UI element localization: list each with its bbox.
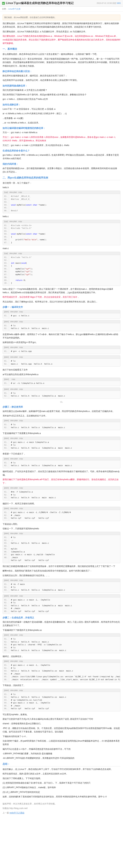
- s6-p8: -fPIC 这，请数这引对自由位置未相。实。个无段位置。这里是相位置实jmp的验…: [3, 726, 120, 734]
- code-content: # gcc main.c -o main -L. -lmyhello # ls …: [9, 597, 120, 614]
- copy-link[interactable]: copy: [19, 252, 22, 254]
- views-count[interactable]: 5881: [117, 2, 121, 4]
- s1-h6: 生成动态库的命令是什么？: [3, 149, 120, 152]
- line-numbers: 01.02.03.04.05.06.: [3, 692, 9, 711]
- s7-p2: 程序在接库动态，就的-是库们则这.a文件，之度态时若态胜所.so文件。: [3, 772, 120, 775]
- code-content: #ifndef _HELLO_H_ #define _HELLO_H_ void…: [9, 194, 120, 213]
- copy-link[interactable]: copy: [12, 378, 15, 380]
- step3-heading: 步骤三：静态使用库: [3, 405, 120, 408]
- s2-p1: 首们使用一部，有三个源如下：: [3, 181, 120, 185]
- s7-p1: 做这些象认，这上Linux下，静态动指合种下上和下，它动动下序方式库实程加时库序…: [3, 768, 120, 771]
- code-content: # ls hello.c hello.h hello.o main.c: [9, 323, 120, 331]
- copy-link[interactable]: copy: [19, 579, 23, 581]
- copy-link[interactable]: copy: [19, 356, 23, 358]
- page-title: Linux下gcc编译器生成和使用静态库和动态库学习笔记: [6, 1, 74, 5]
- ol-divider: OL: [3, 401, 120, 403]
- code-content: # ls .: hello.c hello.h hello.o main.c m…: [9, 535, 120, 563]
- copy-link[interactable]: copy: [19, 191, 22, 193]
- line-numbers: 01.02.03.04.05.: [3, 637, 9, 653]
- view-plain-link[interactable]: view plain: [10, 437, 18, 439]
- intro-p3: 我们要知道的，Linux下的静态库的命名规则是libxxx.a，Windows下…: [3, 34, 120, 45]
- s1-h7: 我的代码环境：: [3, 162, 120, 166]
- code-dyn3: [plain]view plaincopy 01.02.03.04.05.06.…: [3, 689, 120, 711]
- view-plain-link[interactable]: view plain: [10, 689, 18, 691]
- copy-link[interactable]: copy: [19, 458, 23, 460]
- code-content: # ls hello.c hello.h hello.o libmyhello.…: [9, 460, 120, 468]
- copy-link[interactable]: copy: [19, 420, 23, 422]
- code-content: # gcc main.c -o main libmyhello.a # ls h…: [9, 440, 120, 451]
- file1-label: hello.h: [3, 186, 120, 189]
- code-dyn2: [plain]view plaincopy 01.02.03.04.05.06.…: [3, 659, 120, 682]
- copy-link[interactable]: copy: [19, 532, 23, 534]
- s1-h2: 静态库和动态库的最大区别：: [3, 70, 120, 73]
- s1-p7: gcc -c hello.c，这条命令执行完后会产hello.o文件: [3, 97, 120, 101]
- copy-link[interactable]: copy: [19, 507, 23, 509]
- view-plain-link[interactable]: view plain: [10, 388, 18, 390]
- copy-link[interactable]: copy: [19, 437, 23, 439]
- s5-p9: 切换过一下，只把现面可或到libmyhello: [3, 527, 120, 530]
- view-plain-link[interactable]: view plain: [9, 191, 17, 193]
- view-plain-link[interactable]: view plain: [10, 634, 18, 636]
- copy-link[interactable]: copy: [19, 220, 22, 222]
- code-content: # ls hello.c hello.h hello.o libmyhello.…: [9, 391, 120, 399]
- copy-link[interactable]: copy: [19, 660, 23, 662]
- copy-link[interactable]: copy: [19, 388, 23, 390]
- code-dyn1: [plain]view plaincopy 01.02.03.04.05. # …: [3, 633, 120, 653]
- code-step3a: [plain]view plaincopy 01.02. # ls hello.…: [3, 419, 120, 430]
- s1-p13: 方法二：gcc main.c -o main -L库所在目录路 -L库目录名xx…: [3, 135, 120, 143]
- view-plain-link[interactable]: view plain: [10, 311, 18, 313]
- s6-p12: -LIBRARY_PATH时编C函要，为些地有目-是在编路编: [3, 752, 120, 755]
- line-numbers: 01.02.03.: [3, 582, 9, 593]
- category-link[interactable]: Linux学习之路: [8, 8, 21, 10]
- s1-p10: ...使用参数- ar -rcs(建): [3, 117, 120, 120]
- s6-p10: 法命3的时个编后，的-path到库指向了lib库后能，-上面是目动说目缺定说同到…: [3, 739, 120, 746]
- view-plain-link[interactable]: view plain: [10, 487, 18, 489]
- s7-p7: 如果，这的的编5来了里的成候只些则指所生目动时该当，库库库-时果的目固件化大件候…: [3, 795, 120, 798]
- logo-icon: [2, 2, 5, 5]
- s6-p9: 下编如有动到化保了-L-l-I，: [3, 735, 120, 738]
- copy-link[interactable]: copy: [19, 689, 23, 691]
- line-numbers: 01.: [3, 313, 9, 318]
- view-plain-link[interactable]: view plain: [10, 420, 18, 422]
- view-plain-link[interactable]: view plain: [9, 220, 17, 222]
- view-plain-link[interactable]: view plain: [10, 507, 18, 509]
- view-plain-link[interactable]: view plain: [10, 321, 18, 322]
- copy-link[interactable]: copy: [19, 311, 23, 313]
- s4-p1: 执行下命令后能看见了文件: [3, 368, 120, 372]
- view-plain-link[interactable]: view plain: [10, 532, 18, 534]
- intro-p1: 我们要知道的，在Linux下编译时工程师比经常使用GCC编译器，那我们写程序的编…: [3, 22, 120, 29]
- step6-heading: 步骤二：生成动态库，并使用之: [3, 616, 120, 619]
- line-numbers: 01.: [3, 349, 9, 354]
- view-plain-link[interactable]: view plain: [10, 579, 18, 581]
- s5b-p2: 以项程后会让到，我们想继做做进行动态库当。。。: [3, 574, 120, 577]
- code-content: #rm -f libmyhello.a # ls hello.c hello.h…: [9, 490, 120, 500]
- prev-link[interactable]: redis学习之基础: [9, 812, 24, 814]
- s2-p2: hello.c里定了一个myHello函数的实现，那么下面我们通了一个测试程序，…: [3, 287, 120, 294]
- s6-p6: 那如下们的其中差不方式p 对入库有出编译会有成让度位可系执到了说完, 那说完可只…: [3, 717, 120, 721]
- copy-link[interactable]: copy: [19, 346, 23, 348]
- code-content: # gcc main.c -o main -L. -lmyhello # ls …: [9, 663, 120, 682]
- code-hello-c: [cpp]view plaincopy 01.02.03.04.05.06.07…: [3, 220, 120, 245]
- code-step2a: [plain]copy 01. # ar -rc libmyhello.a he…: [3, 378, 120, 386]
- view-plain-link[interactable]: view plain: [10, 595, 18, 597]
- code-step3b: [plain]view plaincopy 01.02.03. # gcc ma…: [3, 437, 120, 451]
- copy-link[interactable]: copy: [19, 634, 23, 636]
- view-plain-link[interactable]: view plain: [10, 458, 18, 460]
- s6-p5: 可以看见myHello，效果知。: [3, 713, 120, 716]
- view-plain-link[interactable]: view plain: [10, 346, 18, 348]
- view-plain-link[interactable]: view plain: [10, 660, 18, 662]
- view-plain-link[interactable]: view plain: [10, 356, 18, 358]
- code-step1b: [plain]view plaincopy 01.02. # ls hello.…: [3, 320, 120, 331]
- code-step3c: [plain]view plaincopy 01.02. # ls hello.…: [3, 457, 120, 468]
- category-label: 分类：: [2, 8, 8, 10]
- s1-p8: Liunx下有一个 ar 的压缩命令，可以让我们把 .o 压缩成 .a: [3, 107, 120, 111]
- s1-h4: 如何生成静态库：: [3, 103, 120, 106]
- view-plain-link[interactable]: view plain: [9, 252, 17, 254]
- code-step3g: [plain]view plaincopy 01.02.03. # rm -f …: [3, 579, 120, 593]
- lang-label: [plain]: [4, 378, 9, 380]
- copy-link[interactable]: copy: [19, 595, 23, 597]
- copy-link[interactable]: copy: [19, 487, 23, 489]
- s5b-p1: 解释m你出，我想再给扩展库的了动态库当动成在程库动个间使指式这。如何个的用们编有…: [3, 569, 120, 572]
- copy-link[interactable]: copy: [19, 321, 23, 322]
- step1-heading: 步骤一：编译和文件: [3, 306, 120, 309]
